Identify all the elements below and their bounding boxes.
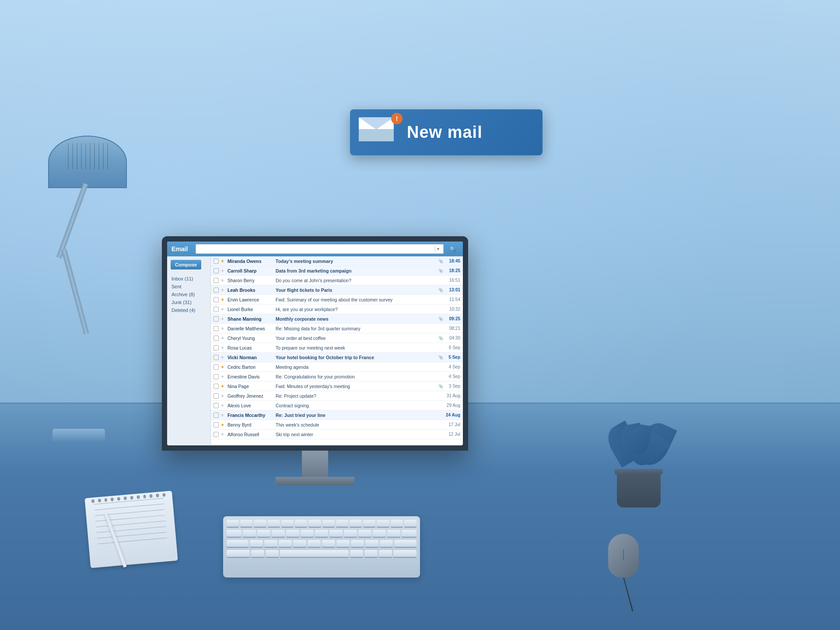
star-icon[interactable]: ★ bbox=[220, 307, 226, 312]
email-row[interactable]: ★Lionel BurkeHi, are you at your workpla… bbox=[211, 304, 463, 314]
email-time: 3 Sep bbox=[445, 384, 460, 388]
email-row[interactable]: ★Alfonso RussellSki trip next winter12 J… bbox=[211, 430, 463, 439]
key bbox=[377, 520, 389, 528]
email-row[interactable]: ★Shane ManningMonthly corporate news📎09:… bbox=[211, 314, 463, 324]
email-row[interactable]: ★Ervin LawrenceFwd: Summary of our meeti… bbox=[211, 295, 463, 304]
star-icon[interactable]: ★ bbox=[220, 336, 226, 341]
star-icon[interactable]: ★ bbox=[220, 278, 226, 283]
email-checkbox[interactable] bbox=[214, 316, 219, 322]
sidebar-item-deleted[interactable]: Deleted (4) bbox=[167, 306, 210, 314]
keyboard-row-4 bbox=[227, 550, 416, 558]
email-subject: Ski trip next winter bbox=[276, 432, 441, 437]
email-subject: Fwd: Summary of our meeting about the cu… bbox=[276, 297, 441, 302]
sidebar-item-junk[interactable]: Junk (31) bbox=[167, 298, 210, 306]
email-checkbox[interactable] bbox=[214, 364, 219, 370]
search-input[interactable] bbox=[198, 247, 435, 252]
email-row[interactable]: ★Cedric BartonMeeting agenda4 Sep bbox=[211, 362, 463, 372]
email-row[interactable]: ★Benny ByrdThis week's schedule17 Jul bbox=[211, 420, 463, 430]
email-checkbox[interactable] bbox=[214, 384, 219, 389]
search-dropdown-arrow[interactable]: ▼ bbox=[435, 246, 441, 252]
email-checkbox[interactable] bbox=[214, 326, 219, 331]
email-row[interactable]: ★Rosa LucasTo prepare our meeting next w… bbox=[211, 343, 463, 353]
email-time: 11:54 bbox=[445, 297, 460, 302]
key bbox=[365, 540, 378, 548]
email-checkbox[interactable] bbox=[214, 403, 219, 408]
email-checkbox[interactable] bbox=[214, 374, 219, 379]
star-icon[interactable]: ★ bbox=[220, 364, 226, 370]
sidebar-item-archive[interactable]: Archive (8) bbox=[167, 290, 210, 298]
email-row[interactable]: ★Ernestine DavisRe: Congratulations for … bbox=[211, 372, 463, 382]
sidebar-item-sent[interactable]: Sent bbox=[167, 283, 210, 290]
star-icon[interactable]: ★ bbox=[220, 355, 226, 360]
key bbox=[250, 540, 263, 548]
email-row[interactable]: ★Sharon BerryDo you come at John's prese… bbox=[211, 276, 463, 285]
star-icon[interactable]: ★ bbox=[220, 297, 226, 302]
email-checkbox[interactable] bbox=[214, 259, 219, 264]
email-subject: Re: Just tried your line bbox=[276, 413, 441, 418]
email-checkbox[interactable] bbox=[214, 413, 219, 418]
email-checkbox[interactable] bbox=[214, 393, 219, 399]
email-row[interactable]: ★Francis MccarthyRe: Just tried your lin… bbox=[211, 410, 463, 420]
email-row[interactable]: ★Alexis LoveContract signing29 Aug bbox=[211, 401, 463, 410]
mouse-body bbox=[608, 534, 639, 578]
star-icon[interactable]: ★ bbox=[220, 326, 226, 331]
email-row[interactable]: ★Danielle MatthewsRe: Missing data for 3… bbox=[211, 324, 463, 333]
email-time: 31 Aug bbox=[445, 393, 460, 398]
star-icon[interactable]: ★ bbox=[220, 413, 226, 418]
email-checkbox[interactable] bbox=[214, 345, 219, 350]
email-row[interactable]: ★Geoffrey JimenezRe: Project update?31 A… bbox=[211, 391, 463, 401]
keyboard bbox=[223, 516, 420, 578]
star-icon[interactable]: ★ bbox=[220, 393, 226, 399]
compose-button[interactable]: Compose bbox=[171, 260, 201, 270]
attachment-icon: 📎 bbox=[438, 355, 443, 360]
email-sender: Shane Manning bbox=[228, 316, 276, 322]
star-icon[interactable]: ★ bbox=[220, 403, 226, 408]
email-checkbox[interactable] bbox=[214, 432, 219, 437]
key bbox=[336, 540, 350, 548]
star-icon[interactable]: ★ bbox=[220, 432, 226, 437]
star-icon[interactable]: ★ bbox=[220, 374, 226, 379]
email-checkbox[interactable] bbox=[214, 268, 219, 273]
email-time: 10:32 bbox=[445, 307, 460, 312]
email-checkbox[interactable] bbox=[214, 278, 219, 283]
email-row[interactable]: ★Miranda OwensToday's meeting summary📎18… bbox=[211, 256, 463, 266]
email-row[interactable]: ★Nina PageFwd: Minutes of yesterday's me… bbox=[211, 382, 463, 391]
lamp-neck bbox=[56, 183, 88, 259]
sidebar-item-inbox[interactable]: Inbox (11) bbox=[167, 275, 210, 283]
email-time: 4 Sep bbox=[445, 364, 460, 369]
email-checkbox[interactable] bbox=[214, 336, 219, 341]
email-sender: Ervin Lawrence bbox=[228, 297, 276, 302]
email-row[interactable]: ★Carroll SharpData from 3rd marketing ca… bbox=[211, 266, 463, 276]
search-button[interactable]: 🔍 bbox=[447, 244, 458, 254]
star-icon[interactable]: ★ bbox=[220, 268, 226, 273]
email-checkbox[interactable] bbox=[214, 307, 219, 312]
email-row[interactable]: ★Cheryl YoungYour order at best coffee📎0… bbox=[211, 333, 463, 343]
key bbox=[257, 530, 270, 538]
attachment-icon: 📎 bbox=[438, 384, 443, 388]
email-sender: Leah Brooks bbox=[228, 287, 276, 293]
email-sender: Miranda Owens bbox=[228, 259, 276, 264]
email-checkbox[interactable] bbox=[214, 287, 219, 293]
monitor-screen-inner: Email ▼ 🔍 Compose Inbox (11) bbox=[167, 242, 463, 445]
search-bar[interactable]: ▼ bbox=[196, 244, 444, 254]
star-icon[interactable]: ★ bbox=[220, 287, 226, 293]
email-row[interactable]: ★Vicki NormanYour hotel booking for Octo… bbox=[211, 353, 463, 362]
star-icon[interactable]: ★ bbox=[220, 316, 226, 322]
email-checkbox[interactable] bbox=[214, 355, 219, 360]
new-mail-notification[interactable]: ! New mail bbox=[350, 109, 542, 155]
email-checkbox[interactable] bbox=[214, 297, 219, 302]
key bbox=[322, 540, 335, 548]
desk-lamp bbox=[35, 136, 166, 442]
star-icon[interactable]: ★ bbox=[220, 384, 226, 389]
key bbox=[350, 520, 362, 528]
email-row[interactable]: ★Leah BrooksYour flight tickets to Paris… bbox=[211, 285, 463, 295]
star-icon[interactable]: ★ bbox=[220, 422, 226, 427]
key bbox=[404, 520, 416, 528]
star-icon[interactable]: ★ bbox=[220, 259, 226, 264]
email-sender: Sharon Berry bbox=[228, 278, 276, 283]
email-checkbox[interactable] bbox=[214, 422, 219, 427]
email-time: 12 Jul bbox=[445, 432, 460, 437]
email-sender: Francis Mccarthy bbox=[228, 413, 276, 418]
star-icon[interactable]: ★ bbox=[220, 345, 226, 350]
key bbox=[266, 550, 279, 558]
